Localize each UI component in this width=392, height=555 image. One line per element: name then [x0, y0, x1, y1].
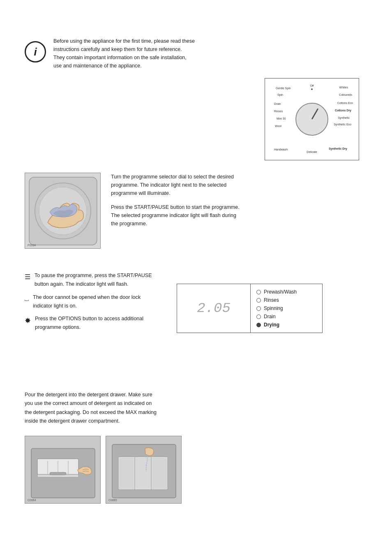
door-lock-icon: ⎵	[25, 293, 29, 304]
status-label-drain: Drain	[264, 314, 276, 319]
svg-rect-17	[136, 458, 150, 489]
dial-label-synthetic-eco: Synthetic Eco	[334, 123, 351, 126]
status-rinses: Rinses	[256, 297, 316, 303]
dial-label-handwash: Handwash	[274, 148, 288, 151]
dial-label-drain: Drain	[274, 102, 281, 105]
info-icon: i	[25, 41, 46, 62]
mid-para2: Press the START/PAUSE button to start th…	[111, 203, 288, 228]
status-label-drying: Drying	[264, 322, 279, 328]
drawer-image-2-label: C0065	[108, 499, 117, 502]
options-text: Press the OPTIONS button to access addit…	[35, 314, 143, 332]
bottom-paragraph: Pour the detergent into the detergent dr…	[25, 391, 271, 426]
status-circle-rinses	[256, 298, 261, 303]
drawer-svg-2	[106, 436, 182, 504]
svg-rect-16	[119, 458, 134, 489]
laundry-svg	[25, 173, 101, 249]
dial-label-synthetic-dry: Synthetic Dry	[329, 147, 347, 150]
status-label-prewash: Prewash/Wash	[264, 289, 297, 295]
options-icon: ✸	[25, 314, 31, 327]
svg-rect-18	[152, 458, 167, 489]
status-circle-prewash	[256, 290, 261, 294]
intro-text: Before using the appliance for the first…	[53, 37, 226, 70]
status-label-rinses: Rinses	[264, 297, 279, 303]
drawer-svg-1	[25, 436, 101, 504]
dial-label-mini30: Mini 30	[277, 117, 286, 120]
door-lock-text: The door cannot be opened when the door …	[33, 293, 141, 311]
status-drying: Drying	[256, 322, 316, 328]
status-drain: Drain	[256, 314, 316, 319]
bottom-text: Pour the detergent into the detergent dr…	[25, 391, 271, 426]
dial-label-wool: Wool	[275, 125, 281, 127]
dial-label-coloureds: Coloureds	[339, 93, 352, 96]
start-pause-text: To pause the programme, press the START/…	[35, 271, 152, 289]
laundry-image: P0004	[25, 173, 101, 249]
status-circle-drain	[256, 314, 261, 319]
status-circle-drying	[256, 323, 261, 327]
status-label-spinning: Spinning	[264, 305, 283, 311]
dial-label-synthetic: Synthetic	[338, 116, 350, 119]
info-letter: i	[34, 46, 37, 58]
dial-inner: Off Whites Coloureds Cottons Eco Cottons…	[268, 82, 355, 157]
display-area: 2.05 Prewash/Wash Rinses Spinning Drain …	[177, 284, 323, 333]
dial-label-delicate: Delicate	[307, 150, 317, 153]
mid-text: Turn the programme selector dial to sele…	[111, 173, 288, 228]
status-prewash: Prewash/Wash	[256, 289, 316, 295]
dial-off-dot	[311, 88, 313, 90]
lower-text: ☰ To pause the programme, press the STAR…	[25, 271, 164, 332]
mid-para1: Turn the programme selector dial to sele…	[111, 173, 288, 197]
start-pause-row: ☰ To pause the programme, press the STAR…	[25, 271, 164, 289]
drawer-images: C0064 C0065	[25, 436, 182, 504]
start-pause-icon: ☰	[25, 271, 30, 282]
status-box: Prewash/Wash Rinses Spinning Drain Dryin…	[251, 284, 323, 333]
door-lock-row: ⎵ The door cannot be opened when the doo…	[25, 293, 164, 311]
dial-needle	[311, 108, 319, 119]
dial-circle	[295, 103, 328, 136]
drawer-image-1-label: C0064	[28, 499, 36, 502]
status-spinning: Spinning	[256, 305, 316, 311]
dial-diagram: Off Whites Coloureds Cottons Eco Cottons…	[265, 78, 359, 160]
drawer-image-1: C0064	[25, 436, 101, 504]
intro-paragraph: Before using the appliance for the first…	[53, 37, 226, 70]
status-circle-spinning	[256, 306, 261, 311]
dial-label-cottons-dry: Cottons Dry	[335, 109, 351, 112]
dial-label-whites: Whites	[339, 86, 348, 89]
options-row: ✸ Press the OPTIONS button to access add…	[25, 314, 164, 332]
display-time: 2.05	[197, 301, 231, 316]
dial-label-spin: Spin	[277, 93, 283, 96]
page: i Before using the appliance for the fir…	[0, 0, 392, 555]
display-box: 2.05	[177, 284, 251, 333]
dial-label-off: Off	[310, 84, 314, 87]
dial-label-rinses: Rinses	[274, 110, 283, 113]
laundry-image-label: P0004	[28, 244, 36, 247]
drawer-image-2: C0065	[106, 436, 182, 504]
dial-label-gentle-spin: Gentle Spin	[276, 87, 291, 90]
dial-label-cottons-eco: Cottons Eco	[337, 102, 353, 104]
